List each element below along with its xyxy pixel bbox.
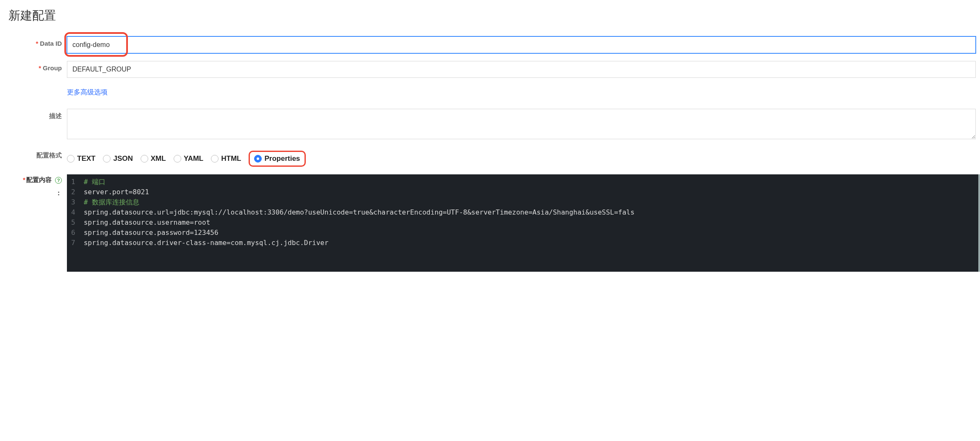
row-group: *Group — [0, 61, 980, 78]
label-content-colon: ： — [0, 189, 62, 197]
radio-json[interactable]: JSON — [103, 154, 133, 163]
required-mark: * — [39, 64, 41, 72]
radio-xml[interactable]: XML — [141, 154, 166, 163]
row-content: *配置内容 ? ： 1234567 # 端口server.port=8021# … — [0, 174, 980, 272]
label-content-text: 配置内容 — [26, 176, 52, 183]
label-data-id: *Data ID — [0, 36, 67, 47]
code-line: server.port=8021 — [84, 187, 634, 197]
radio-circle-icon — [174, 155, 181, 163]
radio-text[interactable]: TEXT — [67, 154, 95, 163]
radio-properties[interactable]: Properties — [254, 154, 300, 163]
label-content: *配置内容 ? — [0, 176, 62, 184]
radio-circle-icon — [211, 155, 219, 163]
required-mark: * — [36, 40, 38, 47]
code-line: # 数据库连接信息 — [84, 197, 634, 207]
config-content-editor[interactable]: 1234567 # 端口server.port=8021# 数据库连接信息spr… — [67, 174, 980, 272]
description-textarea[interactable] — [67, 109, 976, 139]
label-group: *Group — [0, 61, 67, 72]
radio-label-text: YAML — [184, 154, 204, 163]
radio-label-text: Properties — [264, 154, 300, 163]
highlight-format: Properties — [249, 151, 305, 167]
row-advanced: 更多高级选项 — [0, 85, 980, 101]
label-description-text: 描述 — [49, 112, 62, 119]
radio-circle-icon — [141, 155, 148, 163]
label-data-id-text: Data ID — [40, 40, 62, 47]
page-title: 新建配置 — [0, 0, 980, 36]
radio-html[interactable]: HTML — [211, 154, 241, 163]
code-line: spring.datasource.password=123456 — [84, 228, 634, 238]
radio-circle-icon — [254, 155, 262, 163]
radio-circle-icon — [67, 155, 75, 163]
label-description: 描述 — [0, 109, 67, 120]
editor-lines: # 端口server.port=8021# 数据库连接信息spring.data… — [81, 174, 634, 272]
row-format: 配置格式 TEXTJSONXMLYAMLHTMLProperties — [0, 148, 980, 167]
required-mark: * — [23, 176, 25, 183]
radio-label-text: XML — [151, 154, 166, 163]
row-description: 描述 — [0, 109, 980, 141]
format-radio-group: TEXTJSONXMLYAMLHTMLProperties — [67, 148, 976, 167]
data-id-input[interactable] — [67, 36, 976, 53]
code-line: spring.datasource.driver-class-name=com.… — [84, 238, 634, 248]
code-line: spring.datasource.username=root — [84, 218, 634, 228]
help-icon[interactable]: ? — [55, 177, 62, 184]
radio-label-text: TEXT — [77, 154, 95, 163]
radio-label-text: HTML — [221, 154, 241, 163]
radio-circle-icon — [103, 155, 111, 163]
radio-label-text: JSON — [113, 154, 133, 163]
row-data-id-real: *Data ID — [0, 36, 980, 53]
label-format: 配置格式 — [0, 148, 67, 160]
advanced-options-link[interactable]: 更多高级选项 — [67, 85, 108, 101]
editor-gutter: 1234567 — [67, 174, 81, 272]
group-input[interactable] — [67, 61, 976, 78]
label-format-text: 配置格式 — [36, 152, 62, 159]
code-line: spring.datasource.url=jdbc:mysql://local… — [84, 207, 634, 218]
code-line: # 端口 — [84, 177, 634, 187]
radio-yaml[interactable]: YAML — [174, 154, 204, 163]
label-group-text: Group — [43, 64, 62, 72]
